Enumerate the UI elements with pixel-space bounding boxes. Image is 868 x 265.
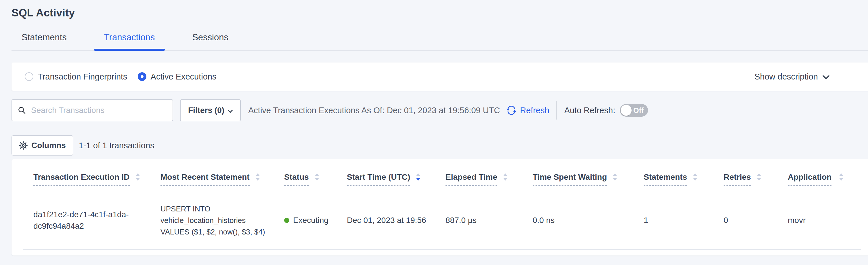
chevron-down-icon — [228, 106, 233, 115]
show-description-label: Show description — [754, 72, 818, 81]
column-header-status[interactable]: Status — [274, 159, 337, 193]
auto-refresh-toggle[interactable]: Off — [620, 104, 648, 117]
sort-icon — [497, 174, 508, 181]
search-box — [11, 99, 173, 121]
transactions-table: Transaction Execution ID Most Recent Sta… — [23, 159, 861, 250]
auto-refresh-label: Auto Refresh: — [564, 106, 615, 115]
cell-statements: 1 — [633, 193, 713, 249]
transactions-table-card: Transaction Execution ID Most Recent Sta… — [11, 159, 868, 256]
refresh-icon — [506, 105, 517, 115]
column-header-statements[interactable]: Statements — [633, 159, 713, 193]
column-header-application[interactable]: Application — [777, 159, 861, 193]
table-row: da1f21e2-de71-4c1f-a1da-dc9fc94a84a2 UPS… — [23, 193, 861, 249]
radio-unchecked-icon[interactable] — [25, 72, 33, 81]
toggle-state-label: Off — [633, 106, 644, 115]
status-label: Executing — [293, 215, 329, 226]
toolbar: Filters (0) Active Transaction Execution… — [11, 99, 868, 121]
column-header-elapsed-time[interactable]: Elapsed Time — [435, 159, 522, 193]
columns-label: Columns — [31, 141, 66, 150]
executing-status-dot-icon — [284, 218, 289, 223]
radio-label: Transaction Fingerprints — [38, 72, 127, 81]
column-header-time-spent-waiting[interactable]: Time Spent Waiting — [522, 159, 633, 193]
radio-transaction-fingerprints[interactable]: Transaction Fingerprints — [25, 72, 127, 81]
tab-statements[interactable]: Statements — [11, 32, 77, 50]
statement-text: UPSERT INTO vehicle_location_histories V… — [160, 203, 265, 238]
cell-most-recent-statement: UPSERT INTO vehicle_location_histories V… — [150, 193, 274, 249]
sort-icon — [751, 174, 761, 181]
chevron-down-icon — [823, 72, 830, 81]
column-header-retries[interactable]: Retries — [713, 159, 777, 193]
column-header-transaction-execution-id[interactable]: Transaction Execution ID — [23, 159, 150, 193]
sort-icon — [607, 174, 617, 181]
search-input[interactable] — [11, 99, 173, 121]
view-mode-card: Transaction Fingerprints Active Executio… — [11, 62, 868, 91]
table-toolbar: Columns 1-1 of 1 transactions — [11, 135, 868, 156]
columns-button[interactable]: Columns — [11, 135, 73, 156]
radio-label: Active Executions — [151, 72, 217, 81]
sort-icon — [833, 174, 843, 181]
cell-status: Executing — [274, 193, 337, 249]
search-icon — [18, 106, 26, 114]
as-of-timestamp: Active Transaction Executions As Of: Dec… — [248, 106, 500, 115]
sort-icon — [130, 174, 140, 181]
sort-icon — [250, 174, 260, 181]
cell-start-time: Dec 01, 2023 at 19:56 — [337, 193, 435, 249]
sort-icon — [687, 174, 698, 181]
sql-activity-page: SQL Activity Statements Transactions Ses… — [0, 0, 868, 256]
filters-label: Filters (0) — [188, 106, 224, 115]
gear-icon — [19, 141, 28, 150]
show-description-button[interactable]: Show description — [754, 72, 830, 81]
sort-desc-icon — [410, 174, 421, 181]
radio-active-executions[interactable]: Active Executions — [138, 72, 217, 81]
cell-retries: 0 — [713, 193, 777, 249]
refresh-label: Refresh — [520, 106, 549, 115]
vertical-divider — [556, 101, 557, 120]
table-header-row: Transaction Execution ID Most Recent Sta… — [23, 159, 861, 193]
toggle-knob-icon — [621, 105, 631, 116]
transaction-execution-id-link[interactable]: da1f21e2-de71-4c1f-a1da-dc9fc94a84a2 — [33, 209, 142, 232]
column-header-most-recent-statement[interactable]: Most Recent Statement — [150, 159, 274, 193]
cell-time-spent-waiting: 0.0 ns — [522, 193, 633, 249]
results-count: 1-1 of 1 transactions — [79, 141, 154, 150]
tab-bar: Statements Transactions Sessions — [11, 32, 868, 51]
cell-transaction-execution-id: da1f21e2-de71-4c1f-a1da-dc9fc94a84a2 — [23, 193, 150, 249]
cell-application: movr — [777, 193, 861, 249]
tab-transactions[interactable]: Transactions — [94, 32, 165, 50]
radio-checked-icon[interactable] — [138, 72, 146, 81]
refresh-button[interactable]: Refresh — [506, 105, 549, 115]
page-title: SQL Activity — [11, 0, 868, 19]
filters-button[interactable]: Filters (0) — [180, 99, 241, 121]
cell-elapsed-time: 887.0 µs — [435, 193, 522, 249]
sort-icon — [309, 174, 319, 181]
column-header-start-time[interactable]: Start Time (UTC) — [337, 159, 435, 193]
tab-sessions[interactable]: Sessions — [182, 32, 239, 50]
